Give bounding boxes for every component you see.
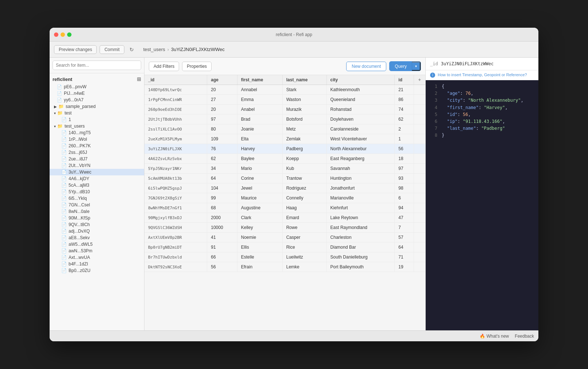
query-dropdown-button[interactable]: ▾ <box>412 62 421 71</box>
sidebar-item-9QV[interactable]: 📄 9QV...t8Ch <box>50 221 144 228</box>
sidebar-group-test[interactable]: ▾ 📁 test <box>50 110 144 116</box>
refresh-icon[interactable]: ↻ <box>127 45 136 54</box>
sidebar-item-label: 5Yp...dB10 <box>69 189 90 194</box>
sidebar-item-PIJ[interactable]: 📄 PIJ...n4wE <box>50 90 144 97</box>
sidebar-item-yy6[interactable]: 📄 yy6...0rA7 <box>50 97 144 103</box>
table-row[interactable]: Bp0rU7gNB2miDT91EllisRiceDiamond Bar64 <box>144 242 425 252</box>
folder-icon: 📁 <box>58 104 64 109</box>
cell-city: East Raymondland <box>326 223 395 233</box>
sidebar-item-label: Bp0...z0ZU <box>69 268 90 273</box>
cell-last_name: Koepp <box>282 154 326 164</box>
sidebar-item-7GN[interactable]: 📄 7GN...Csel <box>50 202 144 208</box>
table-row[interactable]: 260p9oeEd3hIOE20AnabelMurazikRohanstad74 <box>144 105 425 114</box>
detail-hint[interactable]: i How to insert Timestamp, Geopoint or R… <box>426 70 538 80</box>
sidebar-item-adj[interactable]: 📄 adj...DvXQ <box>50 228 144 234</box>
feedback-link[interactable]: Feedback <box>515 334 534 339</box>
col-first-name[interactable]: first_name <box>237 75 282 85</box>
table-row[interactable]: 6i5lwPQHZ5gspJ104JewelRodriguezJonathonf… <box>144 183 425 193</box>
add-collection-icon[interactable]: ⊞ <box>137 76 141 82</box>
table-row[interactable]: 2ueXzM1X5PLMym109EltaZemlakWest Vicenteh… <box>144 134 425 144</box>
table-container[interactable]: _id age first_name last_name city id + 1… <box>144 75 425 330</box>
cell-age: 62 <box>207 154 237 164</box>
minimize-button[interactable] <box>61 32 65 37</box>
sidebar-item-2ue[interactable]: 📄 2ue...i8J7 <box>50 156 144 162</box>
sidebar-item-2ss[interactable]: 📄 2ss...j65J <box>50 149 144 156</box>
table-row[interactable]: Br7hITUwDzbxld66EstelleLueilwitzSouth Da… <box>144 252 425 262</box>
sidebar-item-90M[interactable]: 📄 90M...KfSp <box>50 215 144 221</box>
table-row[interactable]: 5cAmXMUA8kt13b64CorineTrantowHuntington9… <box>144 174 425 183</box>
sidebar-item-140[interactable]: 📄 140...mgT5 <box>50 129 144 136</box>
whats-new-link[interactable]: 🔥 What's new <box>480 334 509 339</box>
preview-changes-button[interactable]: Preview changes <box>54 45 97 54</box>
commit-button[interactable]: Commit <box>100 45 124 54</box>
file-icon: 📄 <box>61 209 67 214</box>
table-row[interactable]: 4A62ZsvLRzSvbx62BayleeKoeppEast Reaganbe… <box>144 154 425 164</box>
sidebar-item-1rP[interactable]: 📄 1rP...iWoI <box>50 136 144 143</box>
code-content: "id": 56, <box>442 111 471 118</box>
table-row[interactable]: DktNT92sNC3XoE56EfrainLemkePort Baileymo… <box>144 262 425 272</box>
group-label: test_users <box>65 124 85 129</box>
search-input[interactable] <box>53 61 141 70</box>
sidebar-item-b4F[interactable]: 📄 b4F...1dZI <box>50 261 144 267</box>
file-icon: 📄 <box>61 163 67 168</box>
line-number: 6 <box>429 118 437 125</box>
table-row[interactable]: 1rPgFCMnnCinWR27EmmaWastonQueenieland86 <box>144 95 425 105</box>
cell-id: 86 <box>395 95 414 105</box>
properties-button[interactable]: Properties <box>182 62 212 71</box>
close-button[interactable] <box>54 32 58 37</box>
file-icon: 📄 <box>61 130 67 135</box>
line-number: 8 <box>429 132 437 139</box>
cell-last_name: Emard <box>282 213 326 223</box>
sidebar-item-260[interactable]: 📄 260...PK7K <box>50 143 144 149</box>
table-row[interactable]: 5YpJ5Nzayr1NKr34MarioKubSavannah97 <box>144 164 425 174</box>
table-row[interactable]: 3uYiZJN0iFLJXK76HarveyPadbergNorth Alexa… <box>144 144 425 154</box>
sidebar-item-Axt[interactable]: 📄 Axt...wvUA <box>50 254 144 261</box>
maximize-button[interactable] <box>67 32 71 37</box>
add-filters-button[interactable]: Add Filters <box>149 62 179 71</box>
table-row[interactable]: 8wNhYMsDE7nGf168AugustineHaagKiehnfurt94 <box>144 203 425 213</box>
sidebar-item-4A6[interactable]: 📄 4A6...kjDY <box>50 175 144 182</box>
sidebar-item-1[interactable]: 📄 1 <box>50 116 144 123</box>
col-age[interactable]: age <box>207 75 237 85</box>
sidebar-item-3uY[interactable]: 📄 3uY...Wwec <box>50 169 144 175</box>
table-row[interactable]: 2sslTiXLC1AvOO80JoanieMetzCarolanneside2 <box>144 124 425 134</box>
sidebar-group-sample-parsed[interactable]: ▶ 📁 sample_parsed <box>50 103 144 110</box>
table-row[interactable]: 140DYp69LtwrQc20AnnabelStarkKathleenmout… <box>144 85 425 95</box>
sidebar-item-5cA[interactable]: 📄 5cA...ajM3 <box>50 182 144 189</box>
sidebar-item-6i5[interactable]: 📄 6i5...YkIq <box>50 195 144 202</box>
col-id[interactable]: _id <box>144 75 207 85</box>
sidebar-item-label: 140...mgT5 <box>69 130 91 135</box>
whats-new-label: What's new <box>487 334 509 339</box>
cell-id: 19 <box>395 262 414 272</box>
sidebar-root[interactable]: reficlient ⊞ <box>50 75 144 83</box>
table-row[interactable]: AxtXlUEmV8p2BR41NoemieCasperCharleston57 <box>144 233 425 242</box>
sidebar-item-8wN[interactable]: 📄 8wN...0aIe <box>50 208 144 215</box>
col-last-name[interactable]: last_name <box>282 75 326 85</box>
sidebar-item-awN[interactable]: 📄 awN...53Pm <box>50 248 144 254</box>
sidebar-item-aE8[interactable]: 📄 aE8...Sekv <box>50 234 144 241</box>
cell-first_name: Elta <box>237 134 282 144</box>
table-row[interactable]: 9QVGSlC36WZdSH10000KelleyRoweEast Raymon… <box>144 223 425 233</box>
query-button[interactable]: Query <box>390 62 412 71</box>
add-column-button[interactable]: + <box>414 75 425 85</box>
sidebar-item-5Yp[interactable]: 📄 5Yp...dB10 <box>50 189 144 195</box>
new-document-button[interactable]: New document <box>346 62 386 71</box>
cell-_id: DktNT92sNC3XoE <box>144 262 207 272</box>
breadcrumb-root[interactable]: test_users <box>143 47 165 52</box>
table-row[interactable]: 7GNJ69t2X8gSiY99MauriceConnellyMarianovi… <box>144 193 425 203</box>
code-editor[interactable]: 1{2 "age": 76,3 "city": "North Alexanneb… <box>426 80 538 330</box>
cell-last_name: Haag <box>282 203 326 213</box>
table-row[interactable]: 90MgjxylfB3xDJ2000ClarkEmardLake Reytown… <box>144 213 425 223</box>
sidebar-item-label: b4F...1dZI <box>69 261 88 267</box>
col-id-num[interactable]: id <box>395 75 414 85</box>
sidebar-item-aW5[interactable]: 📄 aW5...dWL5 <box>50 241 144 248</box>
sidebar-group-test-users[interactable]: ▾ 📁 test_users <box>50 123 144 129</box>
sidebar-item-Bp0[interactable]: 📄 Bp0...z0ZU <box>50 267 144 274</box>
table-row[interactable]: 2UtJtjTBdbVUhh97BradBotsfordDoylehaven62 <box>144 114 425 124</box>
sidebar-item-label: 2ss...j65J <box>69 150 87 155</box>
cell-city: Marianoville <box>326 193 395 203</box>
sidebar-item-pE6[interactable]: 📄 pE6...pnvW <box>50 83 144 90</box>
cell-age: 80 <box>207 124 237 134</box>
sidebar-item-2Ut[interactable]: 📄 2Ut...VbYN <box>50 162 144 169</box>
col-city[interactable]: city <box>326 75 395 85</box>
